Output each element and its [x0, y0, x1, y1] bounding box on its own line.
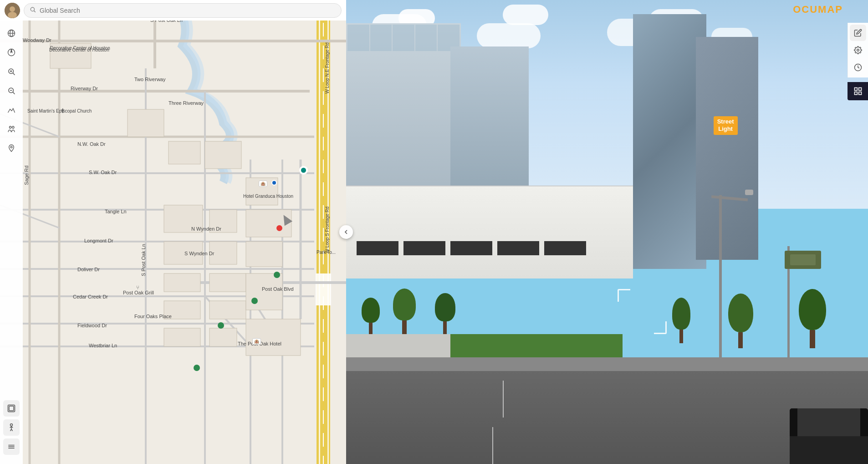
- nav-bracket-br: [654, 321, 667, 334]
- global-search-input[interactable]: [40, 7, 336, 14]
- logo-text: OCUMAP: [793, 4, 843, 15]
- svg-rect-52: [209, 328, 237, 346]
- globe-button[interactable]: [3, 25, 20, 41]
- compass-button[interactable]: [3, 44, 20, 61]
- svg-point-73: [10, 126, 12, 129]
- street-light-text2: Light: [717, 125, 734, 133]
- terrain-button[interactable]: [3, 102, 20, 118]
- map-pin-red[interactable]: [276, 225, 282, 231]
- map-svg: ✝ ⑂ H: [0, 0, 346, 464]
- svg-rect-47: [164, 301, 200, 319]
- svg-text:⑂: ⑂: [136, 284, 139, 291]
- svg-rect-36: [168, 141, 200, 164]
- street-light-text: Street: [717, 118, 734, 126]
- map-pin-green-1[interactable]: [274, 272, 280, 278]
- svg-rect-48: [209, 301, 246, 319]
- svg-rect-50: [246, 319, 301, 356]
- svg-line-81: [11, 429, 13, 431]
- map-pin-blue-position: [271, 180, 277, 186]
- svg-rect-2: [319, 0, 320, 464]
- svg-rect-87: [854, 88, 857, 91]
- svg-point-85: [857, 49, 859, 52]
- street-light-label: Street Light: [714, 116, 738, 135]
- svg-point-75: [10, 146, 12, 148]
- svg-text:✝: ✝: [60, 107, 66, 114]
- location-pin-button[interactable]: [3, 140, 20, 156]
- map-pin-teal[interactable]: [300, 167, 307, 174]
- panel-tab[interactable]: [848, 82, 868, 100]
- map-area[interactable]: ✝ ⑂ H Decorative Center of Houston Woodw…: [0, 0, 346, 464]
- svg-rect-45: [164, 273, 200, 292]
- svg-rect-89: [854, 92, 857, 95]
- svg-rect-88: [858, 88, 861, 91]
- svg-rect-43: [164, 242, 203, 264]
- svg-rect-42: [164, 205, 203, 232]
- zoom-out-button[interactable]: [3, 82, 20, 99]
- svg-rect-41: [209, 210, 237, 232]
- settings-button[interactable]: [850, 42, 866, 58]
- streetview-person-button[interactable]: [3, 419, 20, 436]
- svg-point-57: [10, 6, 15, 12]
- zoom-in-button[interactable]: [3, 63, 20, 80]
- svg-point-59: [31, 7, 34, 11]
- search-bar[interactable]: [24, 3, 342, 18]
- svg-line-60: [34, 10, 36, 12]
- svg-line-67: [13, 73, 15, 75]
- svg-rect-10: [316, 273, 331, 305]
- ocumap-logo: OCUMAP: [793, 4, 843, 15]
- svg-rect-34: [50, 43, 91, 68]
- nav-bracket-tl: [618, 289, 630, 302]
- svg-point-74: [12, 126, 15, 129]
- svg-rect-44: [209, 242, 237, 264]
- layers-button[interactable]: [3, 400, 20, 417]
- edit-button[interactable]: [850, 25, 866, 41]
- svg-rect-3: [327, 0, 329, 464]
- right-sidebar: [848, 23, 868, 77]
- svg-point-58: [8, 12, 17, 18]
- search-icon: [30, 6, 36, 15]
- stack-button[interactable]: [3, 438, 20, 455]
- map-pin-green-3[interactable]: [218, 322, 224, 329]
- svg-rect-51: [164, 328, 200, 346]
- svg-rect-49: [246, 273, 282, 310]
- map-pin-green-4[interactable]: [194, 365, 200, 371]
- avatar[interactable]: [5, 3, 20, 18]
- streetview-area[interactable]: Street Light: [346, 0, 868, 464]
- map-pin-green-2[interactable]: [251, 298, 258, 304]
- hotel-marker: 🏨: [259, 180, 267, 187]
- svg-rect-77: [9, 406, 14, 411]
- svg-point-78: [10, 424, 13, 426]
- people-button[interactable]: [3, 121, 20, 137]
- svg-line-71: [13, 92, 15, 94]
- svg-rect-46: [209, 273, 246, 292]
- hotel-marker-post-oak: 🏨: [252, 338, 261, 345]
- history-button[interactable]: [850, 59, 866, 76]
- svg-marker-65: [11, 49, 12, 53]
- split-handle[interactable]: [339, 225, 353, 239]
- svg-rect-90: [858, 92, 861, 95]
- svg-rect-37: [205, 141, 241, 169]
- svg-rect-40: [246, 242, 282, 267]
- left-sidebar: [0, 21, 23, 464]
- svg-rect-35: [128, 109, 164, 137]
- header: [0, 0, 346, 21]
